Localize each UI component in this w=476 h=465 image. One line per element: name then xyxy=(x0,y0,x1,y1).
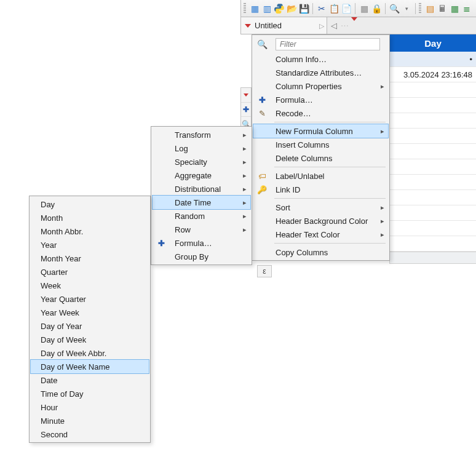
new-formula-column-submenu: Transform Log Specialty Aggregate Distri… xyxy=(151,126,252,265)
mi-recode[interactable]: ✎ Recode… xyxy=(253,106,388,120)
new-data-icon[interactable]: ▦ xyxy=(249,3,260,14)
table-cell[interactable] xyxy=(390,205,476,221)
mi-day-of-week[interactable]: Day of Week xyxy=(31,333,149,346)
mi-month-year[interactable]: Month Year xyxy=(31,252,149,265)
gutter-menu-icon[interactable] xyxy=(241,88,251,103)
table-footer-row xyxy=(390,252,476,264)
tab-menu-icon[interactable] xyxy=(245,24,251,28)
table-cell[interactable] xyxy=(390,144,476,159)
mi-year-week[interactable]: Year Week xyxy=(31,306,149,319)
mi-label: Column Info… xyxy=(276,55,327,64)
mi-day-of-year[interactable]: Day of Year xyxy=(31,319,149,333)
mi-year[interactable]: Year xyxy=(31,238,149,252)
mi-column-info[interactable]: Column Info… xyxy=(253,52,388,66)
mi-label: Standardize Attributes… xyxy=(276,68,362,78)
table-cell[interactable] xyxy=(390,98,476,113)
mi-label: Random xyxy=(175,212,205,221)
mi-label: Copy Columns xyxy=(276,248,328,257)
mi-insert-columns[interactable]: Insert Columns xyxy=(253,138,388,151)
toolbar-grip[interactable] xyxy=(244,3,246,14)
prev-tab-icon[interactable]: ◁ xyxy=(330,21,338,30)
search-dropdown-icon[interactable]: ▾ xyxy=(401,3,412,14)
mi-label: Month Year xyxy=(41,254,81,263)
document-tab[interactable]: Untitled ▷ xyxy=(241,17,327,34)
mi-day[interactable]: Day xyxy=(31,197,149,211)
table-cell[interactable] xyxy=(390,113,476,129)
mi-distributional[interactable]: Distributional xyxy=(153,182,250,196)
mi-log[interactable]: Log xyxy=(153,141,250,155)
python-icon[interactable] xyxy=(274,3,285,14)
row-gutter: ✚ 🔍 xyxy=(240,87,252,132)
cell-value: 3.05.2024 23:16:48 xyxy=(403,70,472,79)
mi-standardize-attributes[interactable]: Standardize Attributes… xyxy=(253,66,388,79)
column-total-cell[interactable]: ε xyxy=(257,265,272,277)
mi-label: Formula… xyxy=(276,95,313,105)
table-cell[interactable] xyxy=(390,82,476,98)
grid-icon[interactable]: ▦ xyxy=(359,3,370,14)
date-time-submenu: DayMonthMonth Abbr.YearMonth YearQuarter… xyxy=(29,196,151,443)
mi-week[interactable]: Week xyxy=(31,279,149,292)
menu-filter-input[interactable] xyxy=(276,38,380,50)
mi-group-by[interactable]: Group By xyxy=(153,250,250,263)
table-cell[interactable] xyxy=(390,221,476,236)
column-context-menu: 🔍 Column Info… Standardize Attributes… C… xyxy=(252,34,390,261)
toolbar-grip[interactable] xyxy=(419,3,421,14)
table-cell[interactable] xyxy=(390,236,476,252)
lock-icon[interactable]: 🔒 xyxy=(371,3,382,14)
new-script-icon[interactable]: ▥ xyxy=(261,3,272,14)
data-table-icon[interactable]: ▤ xyxy=(424,3,435,14)
mi-quarter[interactable]: Quarter xyxy=(31,265,149,279)
table-cell[interactable] xyxy=(390,175,476,190)
mi-label-unlabel[interactable]: 🏷 Label/Unlabel xyxy=(253,169,388,183)
mi-label: Delete Columns xyxy=(276,154,333,163)
mi-formula[interactable]: ✚ Formula… xyxy=(253,93,388,106)
open-icon[interactable]: 📂 xyxy=(286,3,297,14)
mi-second[interactable]: Second xyxy=(31,427,149,441)
mi-transform[interactable]: Transform xyxy=(153,128,250,141)
column-header-day[interactable]: Day xyxy=(390,34,476,52)
mi-year-quarter[interactable]: Year Quarter xyxy=(31,292,149,306)
mi-aggregate[interactable]: Aggregate xyxy=(153,169,250,182)
mi-delete-columns[interactable]: Delete Columns xyxy=(253,151,388,165)
mi-header-bg-color[interactable]: Header Background Color xyxy=(253,214,388,228)
gutter-add-icon[interactable]: ✚ xyxy=(241,103,251,117)
mi-specialty[interactable]: Specialty xyxy=(153,155,250,169)
table-cell[interactable] xyxy=(390,159,476,175)
table-cell[interactable] xyxy=(390,129,476,144)
mi-day-of-week-name[interactable]: Day of Week Name xyxy=(31,360,149,373)
paste-icon[interactable]: 📄 xyxy=(341,3,352,14)
mi-hour[interactable]: Hour xyxy=(31,400,149,414)
mi-month-abbr[interactable]: Month Abbr. xyxy=(31,225,149,238)
tab-list-dropdown[interactable] xyxy=(351,21,357,30)
menu-separator xyxy=(274,167,386,167)
mi-minute[interactable]: Minute xyxy=(31,414,149,427)
mi-header-text-color[interactable]: Header Text Color xyxy=(253,228,388,241)
key-icon: 🔑 xyxy=(257,185,267,194)
mi-label: Year xyxy=(41,240,57,250)
stack-icon[interactable]: ≣ xyxy=(461,3,472,14)
calculator-icon[interactable]: 🖩 xyxy=(437,3,448,14)
mi-day-of-week-abbr[interactable]: Day of Week Abbr. xyxy=(31,346,149,360)
table-cell-marker[interactable]: • xyxy=(390,52,476,67)
plus-icon: ✚ xyxy=(257,95,267,105)
search-icon[interactable]: 🔍 xyxy=(389,3,400,14)
copy-icon[interactable]: 📋 xyxy=(328,3,339,14)
mi-time-of-day[interactable]: Time of Day xyxy=(31,387,149,400)
mi-row[interactable]: Row xyxy=(153,223,250,236)
mi-new-formula-column[interactable]: New Formula Column xyxy=(253,124,388,138)
save-icon[interactable]: 💾 xyxy=(298,3,309,14)
mi-link-id[interactable]: 🔑 Link ID xyxy=(253,183,388,196)
cut-icon[interactable]: ✂ xyxy=(316,3,327,14)
mi-date-time[interactable]: Date Time xyxy=(153,196,250,209)
mi-column-properties[interactable]: Column Properties xyxy=(253,79,388,93)
table-cell[interactable]: 3.05.2024 23:16:48 xyxy=(390,67,476,82)
mi-sort[interactable]: Sort xyxy=(253,201,388,214)
table-cell[interactable] xyxy=(390,190,476,205)
mi-month[interactable]: Month xyxy=(31,211,149,225)
mi-formula[interactable]: ✚ Formula… xyxy=(153,236,250,250)
mi-copy-columns[interactable]: Copy Columns xyxy=(253,245,388,259)
mi-label: Day of Week Abbr. xyxy=(41,349,106,358)
mi-random[interactable]: Random xyxy=(153,209,250,223)
mi-date[interactable]: Date xyxy=(31,373,149,387)
tile-icon[interactable]: ▦ xyxy=(449,3,460,14)
